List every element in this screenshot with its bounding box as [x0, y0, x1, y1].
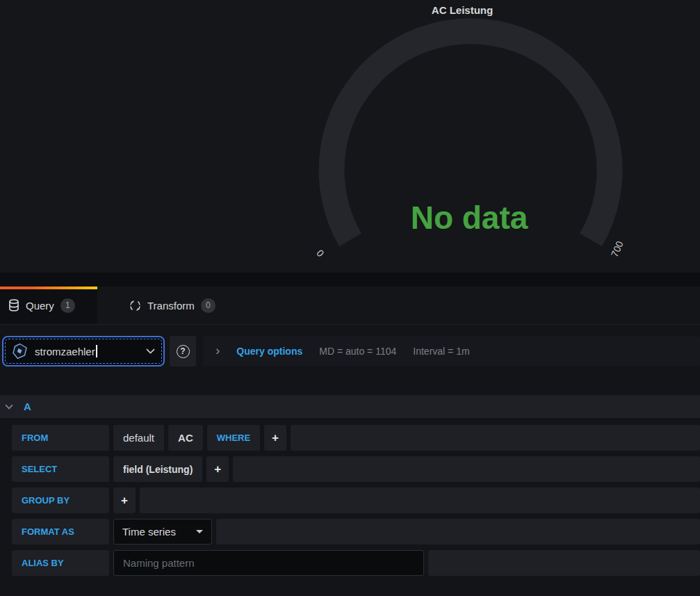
row-filler: [428, 550, 700, 576]
datasource-picker[interactable]: stromzaehler: [2, 336, 165, 367]
query-row-header[interactable]: A: [0, 395, 700, 418]
gauge-panel: AC Leistung No data 0 700: [0, 0, 700, 273]
tab-query-badge: 1: [60, 298, 75, 313]
select-row: SELECT field (Leistung) +: [0, 456, 700, 482]
transform-icon: [129, 300, 141, 312]
tab-transform[interactable]: Transform 0: [117, 287, 228, 324]
format-as-label: FORMAT AS: [12, 519, 109, 545]
tab-transform-label: Transform: [147, 300, 195, 312]
select-field-segment[interactable]: field (Leistung): [113, 456, 202, 482]
text-cursor: [96, 345, 97, 357]
row-filler: [291, 425, 700, 451]
query-ref-id: A: [24, 401, 31, 412]
chevron-right-icon: ›: [215, 344, 220, 357]
add-group-by-button[interactable]: +: [113, 488, 136, 513]
add-select-button[interactable]: +: [206, 456, 229, 482]
from-row: FROM default AC WHERE +: [0, 425, 700, 451]
add-where-button[interactable]: +: [264, 425, 286, 451]
query-toolbar: stromzaehler ? › Query options MD = auto…: [0, 336, 700, 367]
chevron-down-icon: [196, 530, 203, 533]
question-icon: ?: [177, 345, 190, 358]
tab-query[interactable]: Query 1: [0, 287, 97, 324]
tab-transform-badge: 0: [201, 298, 215, 313]
format-as-row: FORMAT AS Time series: [0, 519, 700, 545]
tab-query-label: Query: [26, 300, 54, 312]
row-filler: [216, 519, 700, 545]
gauge-arc: [0, 0, 700, 273]
where-segment[interactable]: WHERE: [207, 425, 260, 451]
from-label: FROM: [12, 425, 109, 451]
format-as-dropdown[interactable]: Time series: [113, 519, 212, 545]
format-as-value: Time series: [122, 526, 176, 538]
query-options-label: Query options: [236, 346, 302, 357]
influxdb-icon: [12, 343, 28, 360]
editor-tabbar: Query 1 Transform 0: [0, 287, 700, 325]
group-by-label: GROUP BY: [12, 488, 109, 513]
database-icon: [8, 299, 19, 312]
from-measurement-segment[interactable]: AC: [168, 425, 203, 451]
alias-by-label: ALIAS BY: [12, 550, 109, 576]
chevron-down-icon: [146, 348, 155, 354]
datasource-help-button[interactable]: ?: [170, 336, 196, 367]
select-label: SELECT: [12, 456, 109, 482]
datasource-value: stromzaehler: [35, 346, 95, 357]
max-data-points-value: MD = auto = 1104: [319, 346, 396, 357]
interval-value: Interval = 1m: [413, 346, 469, 357]
row-filler: [140, 488, 700, 513]
gauge-no-data-text: No data: [411, 199, 528, 236]
alias-by-input[interactable]: [113, 550, 424, 576]
row-filler: [233, 456, 700, 482]
group-by-row: GROUP BY +: [0, 488, 700, 513]
query-options-bar[interactable]: › Query options MD = auto = 1104 Interva…: [203, 336, 700, 367]
chevron-down-icon: [5, 404, 13, 410]
alias-by-row: ALIAS BY: [0, 550, 700, 576]
from-policy-segment[interactable]: default: [113, 425, 164, 451]
query-editor-pane: Query 1 Transform 0: [0, 287, 700, 596]
